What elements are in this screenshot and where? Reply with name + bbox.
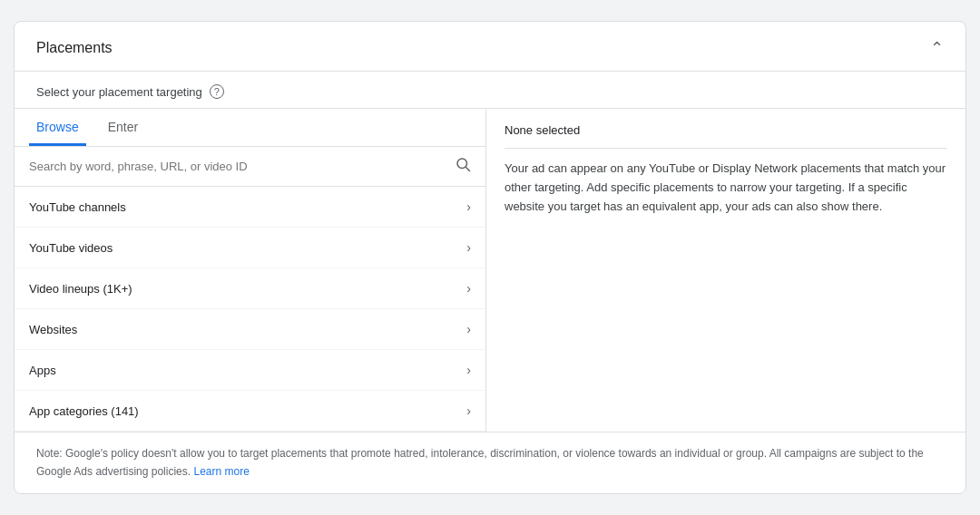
list-item-label: YouTube channels	[29, 200, 126, 214]
chevron-right-icon: ›	[466, 322, 471, 336]
footer-note: Note: Google's policy doesn't allow you …	[15, 432, 965, 492]
subtitle-text: Select your placement targeting	[36, 85, 202, 99]
svg-line-1	[466, 168, 470, 171]
left-panel: Browse Enter YouTube channels ›	[15, 109, 486, 432]
svg-point-0	[457, 159, 467, 169]
help-icon[interactable]: ?	[210, 84, 224, 99]
placement-list: YouTube channels › YouTube videos › Vide…	[15, 187, 485, 432]
learn-more-link[interactable]: Learn more	[193, 465, 249, 478]
list-item-label: Video lineups (1K+)	[29, 282, 132, 296]
placements-card: Placements ⌃ Select your placement targe…	[14, 21, 966, 493]
list-item[interactable]: Video lineups (1K+) ›	[15, 268, 485, 309]
none-selected-title: None selected	[505, 123, 947, 149]
chevron-right-icon: ›	[466, 199, 471, 214]
search-input[interactable]	[29, 160, 447, 173]
none-selected-description: Your ad can appear on any YouTube or Dis…	[505, 160, 947, 216]
chevron-right-icon: ›	[466, 403, 471, 418]
tabs: Browse Enter	[15, 109, 485, 147]
card-header: Placements ⌃	[15, 22, 965, 72]
search-row	[15, 147, 485, 187]
chevron-right-icon: ›	[466, 281, 471, 296]
list-item[interactable]: App categories (141) ›	[15, 391, 485, 432]
footer-note-text: Note: Google's policy doesn't allow you …	[36, 447, 924, 477]
list-item[interactable]: YouTube videos ›	[15, 228, 485, 268]
list-item-label: YouTube videos	[29, 241, 113, 255]
search-icon	[455, 156, 471, 177]
list-item[interactable]: YouTube channels ›	[15, 187, 485, 228]
main-content: Browse Enter YouTube channels ›	[15, 108, 965, 432]
chevron-right-icon: ›	[466, 363, 471, 377]
collapse-icon[interactable]: ⌃	[930, 38, 944, 58]
list-item-label: Websites	[29, 323, 77, 336]
list-item[interactable]: Websites ›	[15, 309, 485, 350]
tab-browse[interactable]: Browse	[29, 109, 86, 146]
card-title: Placements	[36, 40, 113, 56]
list-item-label: App categories (141)	[29, 404, 139, 418]
tab-enter[interactable]: Enter	[101, 109, 145, 146]
subtitle-row: Select your placement targeting ?	[15, 72, 965, 108]
list-item-label: Apps	[29, 364, 56, 377]
chevron-right-icon: ›	[466, 240, 471, 255]
right-panel: None selected Your ad can appear on any …	[486, 109, 965, 432]
list-item[interactable]: Apps ›	[15, 350, 485, 391]
